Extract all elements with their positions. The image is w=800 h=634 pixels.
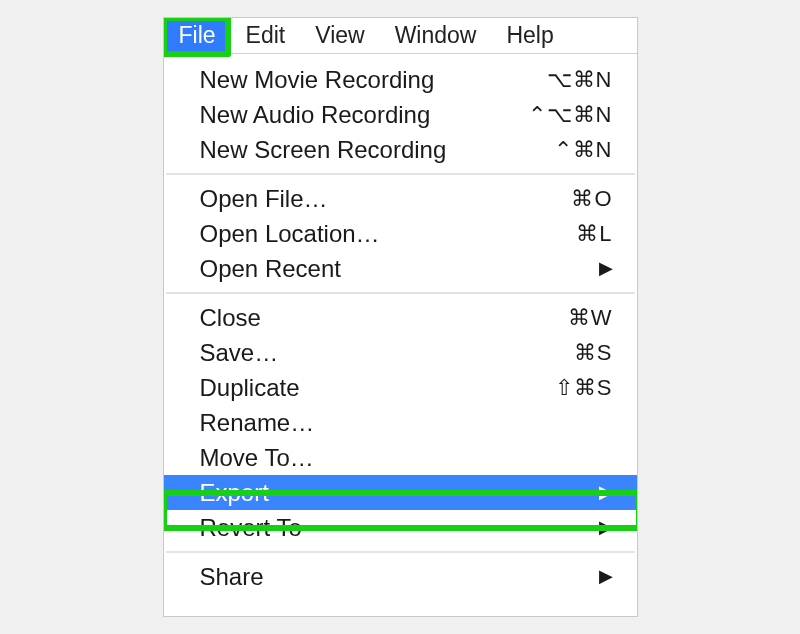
menu-item-shortcut: ⌘W	[568, 302, 613, 333]
window-frame: File Edit View Window Help New Movie Rec…	[163, 17, 638, 617]
menu-item-share[interactable]: Share ▶	[164, 559, 637, 594]
menu-item-export[interactable]: Export ▶	[164, 475, 637, 510]
menu-item-label: Open Recent	[200, 253, 341, 284]
menu-item-duplicate[interactable]: Duplicate ⇧⌘S	[164, 370, 637, 405]
menu-title-window[interactable]: Window	[380, 18, 492, 53]
menu-title-help[interactable]: Help	[491, 18, 568, 53]
separator	[166, 292, 635, 294]
menu-item-open-location[interactable]: Open Location… ⌘L	[164, 216, 637, 251]
menu-item-label: Export	[200, 477, 269, 508]
menu-item-label: New Screen Recording	[200, 134, 447, 165]
group-file-ops: Close ⌘W Save… ⌘S Duplicate ⇧⌘S Rename… …	[164, 298, 637, 547]
menu-item-new-movie-recording[interactable]: New Movie Recording ⌥⌘N	[164, 62, 637, 97]
chevron-right-icon: ▶	[599, 561, 613, 592]
menu-bar: File Edit View Window Help	[164, 18, 637, 54]
menu-title-file[interactable]: File	[164, 18, 231, 53]
menu-item-label: New Movie Recording	[200, 64, 435, 95]
menu-item-shortcut: ⌃⌥⌘N	[528, 99, 613, 130]
menu-item-shortcut: ⌥⌘N	[547, 64, 613, 95]
menu-item-shortcut: ⇧⌘S	[555, 372, 613, 403]
menu-item-label: Duplicate	[200, 372, 300, 403]
menu-item-label: Open Location…	[200, 218, 380, 249]
menu-item-label: Share	[200, 561, 264, 592]
menu-item-shortcut: ⌘L	[576, 218, 612, 249]
menu-item-label: Close	[200, 302, 261, 333]
file-dropdown: New Movie Recording ⌥⌘N New Audio Record…	[164, 54, 637, 602]
menu-item-rename[interactable]: Rename…	[164, 405, 637, 440]
separator	[166, 173, 635, 175]
menu-item-label: Rename…	[200, 407, 315, 438]
menu-item-shortcut: ⌃⌘N	[554, 134, 613, 165]
group-open: Open File… ⌘O Open Location… ⌘L Open Rec…	[164, 179, 637, 288]
menu-item-open-recent[interactable]: Open Recent ▶	[164, 251, 637, 286]
chevron-right-icon: ▶	[599, 477, 613, 508]
menu-item-label: Move To…	[200, 442, 314, 473]
group-new: New Movie Recording ⌥⌘N New Audio Record…	[164, 60, 637, 169]
menu-item-save[interactable]: Save… ⌘S	[164, 335, 637, 370]
menu-item-close[interactable]: Close ⌘W	[164, 300, 637, 335]
menu-item-new-screen-recording[interactable]: New Screen Recording ⌃⌘N	[164, 132, 637, 167]
separator	[166, 551, 635, 553]
menu-item-label: Save…	[200, 337, 279, 368]
menu-item-shortcut: ⌘S	[574, 337, 613, 368]
menu-item-label: New Audio Recording	[200, 99, 431, 130]
menu-item-revert-to[interactable]: Revert To ▶	[164, 510, 637, 545]
group-share: Share ▶	[164, 557, 637, 596]
chevron-right-icon: ▶	[599, 512, 613, 543]
menu-item-label: Open File…	[200, 183, 328, 214]
chevron-right-icon: ▶	[599, 253, 613, 284]
menu-title-edit[interactable]: Edit	[231, 18, 301, 53]
menu-item-label: Revert To	[200, 512, 302, 543]
menu-item-shortcut: ⌘O	[571, 183, 612, 214]
menu-item-new-audio-recording[interactable]: New Audio Recording ⌃⌥⌘N	[164, 97, 637, 132]
menu-item-open-file[interactable]: Open File… ⌘O	[164, 181, 637, 216]
menu-title-view[interactable]: View	[300, 18, 379, 53]
menu-item-move-to[interactable]: Move To…	[164, 440, 637, 475]
